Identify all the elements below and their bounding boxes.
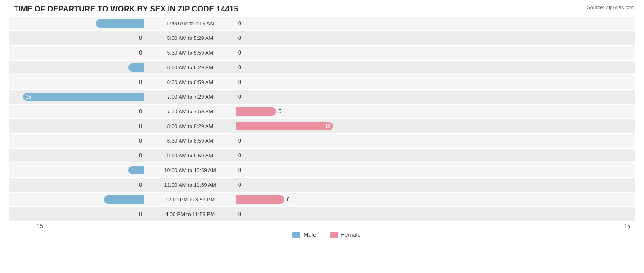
row-label: 5:30 AM to 5:59 AM <box>144 50 236 56</box>
chart-row: 10:00 AM to 10:59 AM 0 <box>9 163 635 177</box>
bottom-area: 15 15 Male Female <box>9 223 635 238</box>
female-zero: 0 <box>236 50 241 56</box>
right-bar-area: 0 <box>236 78 371 86</box>
legend-female-box <box>330 232 338 238</box>
left-bar-area <box>9 63 144 72</box>
chart-row: 6:00 AM to 6:29 AM 0 <box>9 61 635 74</box>
male-zero: 0 <box>139 138 144 144</box>
legend-female-label: Female <box>341 231 360 238</box>
left-bar-area: 0 <box>9 34 144 42</box>
left-bar-area <box>9 19 144 28</box>
left-bar-area: 0 <box>9 78 144 86</box>
chart-row: 0 5:30 AM to 5:59 AM 0 <box>9 46 635 60</box>
chart-row: 15 7:00 AM to 7:29 AM 0 <box>9 90 635 104</box>
left-bar-area: 0 <box>9 137 144 145</box>
left-bar-area: 15 <box>9 93 144 101</box>
male-zero: 0 <box>139 211 144 217</box>
male-zero: 0 <box>139 35 144 41</box>
left-bar-area <box>9 195 144 204</box>
male-bar: 15 <box>23 93 144 101</box>
row-label: 6:30 AM to 6:59 AM <box>144 79 236 85</box>
female-zero: 0 <box>236 211 241 217</box>
row-label: 5:00 AM to 5:29 AM <box>144 35 236 41</box>
right-bar-area: 0 <box>236 137 371 145</box>
row-label: 11:00 AM to 11:59 AM <box>144 182 236 188</box>
row-label: 4:00 PM to 11:59 PM <box>144 212 236 217</box>
female-bar-value: 12 <box>325 123 330 129</box>
row-label: 10:00 AM to 10:59 AM <box>144 167 236 173</box>
right-bar-area: 0 <box>236 166 371 174</box>
left-bar-area: 0 <box>9 122 144 130</box>
male-bar <box>96 19 144 28</box>
legend-female: Female <box>330 231 360 238</box>
right-bar-area: 0 <box>236 63 371 72</box>
legend-male-label: Male <box>303 231 316 238</box>
axis-right-label: 15 <box>624 223 630 229</box>
row-label: 8:00 AM to 8:29 AM <box>144 123 236 129</box>
male-zero: 0 <box>139 79 144 85</box>
right-bar-area: 0 <box>236 19 371 28</box>
row-label: 7:00 AM to 7:29 AM <box>144 94 236 100</box>
chart-row: 0 5:00 AM to 5:29 AM 0 <box>9 31 635 45</box>
female-zero: 0 <box>236 182 241 188</box>
chart-title: TIME OF DEPARTURE TO WORK BY SEX IN ZIP … <box>9 5 635 14</box>
chart-row: 0 8:30 AM to 8:59 AM 0 <box>9 134 635 148</box>
row-label: 9:00 AM to 9:59 AM <box>144 153 236 158</box>
male-zero: 0 <box>139 123 144 129</box>
male-bar <box>128 166 144 174</box>
legend: Male Female <box>23 231 630 238</box>
male-zero: 0 <box>139 50 144 56</box>
row-label: 7:30 AM to 7:59 AM <box>144 109 236 114</box>
row-label: 8:30 AM to 8:59 AM <box>144 138 236 144</box>
chart-area: 12:00 AM to 4:59 AM 0 0 5:00 AM to 5:29 … <box>9 17 635 239</box>
axis-bottom: 15 15 <box>23 223 630 229</box>
chart-rows: 12:00 AM to 4:59 AM 0 0 5:00 AM to 5:29 … <box>9 17 635 222</box>
chart-row: 0 9:00 AM to 9:59 AM 0 <box>9 149 635 162</box>
row-label: 12:00 PM to 3:59 PM <box>144 197 236 202</box>
chart-row: 0 11:00 AM to 11:59 AM 0 <box>9 178 635 192</box>
female-zero: 0 <box>236 152 241 159</box>
female-bar <box>236 107 276 116</box>
source-text: Source: ZipAtlas.com <box>587 5 635 10</box>
male-bar <box>128 63 144 72</box>
right-bar-area: 0 <box>236 181 371 189</box>
left-bar-area: 0 <box>9 107 144 116</box>
female-value-outside: 5 <box>276 108 282 115</box>
right-bar-area: 0 <box>236 34 371 42</box>
female-value-outside: 6 <box>284 196 290 203</box>
male-zero: 0 <box>139 108 144 115</box>
chart-row: 12:00 AM to 4:59 AM 0 <box>9 17 635 30</box>
male-bar-value: 15 <box>26 94 31 100</box>
legend-male: Male <box>292 231 316 238</box>
left-bar-area: 0 <box>9 181 144 189</box>
chart-row: 0 7:30 AM to 7:59 AM 5 <box>9 105 635 118</box>
female-zero: 0 <box>236 79 241 85</box>
chart-row: 0 8:00 AM to 8:29 AM 12 <box>9 119 635 133</box>
male-bar <box>104 195 144 204</box>
chart-row: 12:00 PM to 3:59 PM 6 <box>9 193 635 206</box>
chart-container: TIME OF DEPARTURE TO WORK BY SEX IN ZIP … <box>0 0 644 273</box>
female-zero: 0 <box>236 94 241 100</box>
female-zero: 0 <box>236 167 241 173</box>
female-zero: 0 <box>236 35 241 41</box>
axis-left-label: 15 <box>37 223 43 229</box>
right-bar-area: 0 <box>236 49 371 57</box>
chart-row: 0 6:30 AM to 6:59 AM 0 <box>9 75 635 89</box>
male-zero: 0 <box>139 182 144 188</box>
right-bar-area: 6 <box>236 195 371 204</box>
female-bar <box>236 195 284 204</box>
right-bar-area: 0 <box>236 210 371 218</box>
right-bar-area: 0 <box>236 93 371 101</box>
female-zero: 0 <box>236 64 241 71</box>
female-zero: 0 <box>236 20 241 27</box>
male-zero: 0 <box>139 152 144 159</box>
row-label: 12:00 AM to 4:59 AM <box>144 21 236 26</box>
left-bar-area: 0 <box>9 151 144 160</box>
right-bar-area: 12 <box>236 122 371 130</box>
left-bar-area: 0 <box>9 49 144 57</box>
legend-male-box <box>292 232 300 238</box>
female-bar: 12 <box>236 122 333 130</box>
right-bar-area: 0 <box>236 151 371 160</box>
left-bar-area: 0 <box>9 210 144 218</box>
right-bar-area: 5 <box>236 107 371 116</box>
